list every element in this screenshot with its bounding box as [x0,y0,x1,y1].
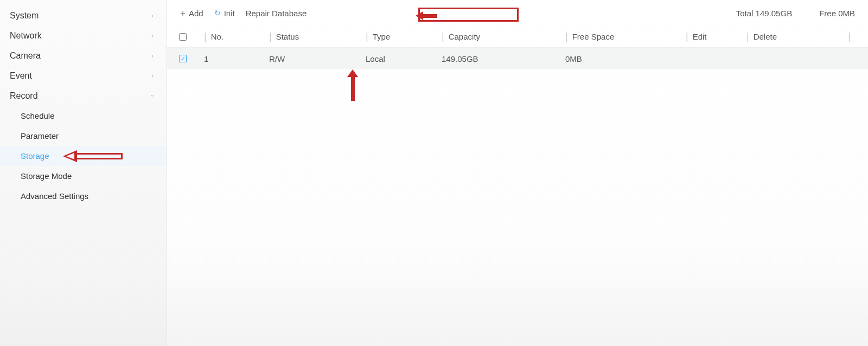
annotation-arrow-to-init [417,12,437,21]
sidebar-item-label: Record [10,91,38,101]
sidebar-item-label: Event [10,71,32,81]
sidebar-sub-label: Advanced Settings [21,191,88,201]
chevron-down-icon: › [148,94,156,97]
select-all-checkbox[interactable] [179,33,187,41]
sidebar: System › Network › Camera › Event › Reco… [0,0,167,346]
header-free: |Free Space [565,31,686,42]
sidebar-sub-storage[interactable]: Storage [0,146,167,166]
sidebar-sub-storage-mode[interactable]: Storage Mode [0,166,167,186]
sidebar-item-label: System [10,11,39,21]
header-edit: |Edit [686,31,746,42]
table-header: |No. |Status |Type |Capacity |Free Space… [167,26,868,48]
sidebar-item-system[interactable]: System › [0,5,167,25]
sidebar-item-camera[interactable]: Camera › [0,46,167,66]
storage-table: |No. |Status |Type |Capacity |Free Space… [167,26,868,69]
sidebar-item-network[interactable]: Network › [0,25,167,46]
add-label: Add [189,9,203,18]
chevron-right-icon: › [151,11,154,20]
refresh-icon: ↻ [214,9,221,17]
header-type: |Type [366,31,442,42]
plus-icon: + [180,9,186,18]
row-checkbox[interactable]: ✓ [179,55,187,62]
add-button[interactable]: + Add [180,9,203,18]
sidebar-sub-schedule[interactable]: Schedule [0,106,167,126]
sidebar-item-label: Network [10,31,42,41]
header-checkbox-cell [174,33,204,41]
sidebar-item-label: Camera [10,51,41,61]
row-status: R/W [269,54,366,63]
sidebar-item-event[interactable]: Event › [0,66,167,86]
sidebar-sub-label: Storage [21,151,49,161]
sidebar-sub-label: Schedule [21,111,55,120]
chevron-right-icon: › [151,72,154,80]
repair-label: Repair Database [246,9,307,18]
total-space-label: Total 149.05GB [736,9,792,18]
main-content: + Add ↻ Init Repair Database Total 149.0… [167,0,868,346]
free-space-label: Free 0MB [819,9,855,18]
repair-database-button[interactable]: Repair Database [246,9,307,18]
row-free: 0MB [565,54,686,63]
sidebar-sub-label: Storage Mode [21,171,72,181]
annotation-arrow-to-checkbox [348,69,359,101]
row-no: 1 [204,54,269,63]
row-type: Local [366,54,442,63]
row-checkbox-cell: ✓ [174,55,204,62]
chevron-right-icon: › [151,52,154,60]
header-end: | [806,31,855,42]
toolbar: + Add ↻ Init Repair Database Total 149.0… [167,0,868,26]
header-status: |Status [269,31,366,42]
header-capacity: |Capacity [442,31,565,42]
init-button[interactable]: ↻ Init [214,9,235,18]
chevron-right-icon: › [151,31,154,40]
row-capacity: 149.05GB [442,54,565,63]
sidebar-sub-advanced-settings[interactable]: Advanced Settings [0,186,167,206]
sidebar-sub-label: Parameter [21,131,59,140]
sidebar-sub-parameter[interactable]: Parameter [0,126,167,146]
header-delete: |Delete [746,31,806,42]
header-no: |No. [204,31,269,42]
table-row[interactable]: ✓ 1 R/W Local 149.05GB 0MB [167,48,868,69]
init-label: Init [224,9,235,18]
sidebar-item-record[interactable]: Record › [0,86,167,106]
